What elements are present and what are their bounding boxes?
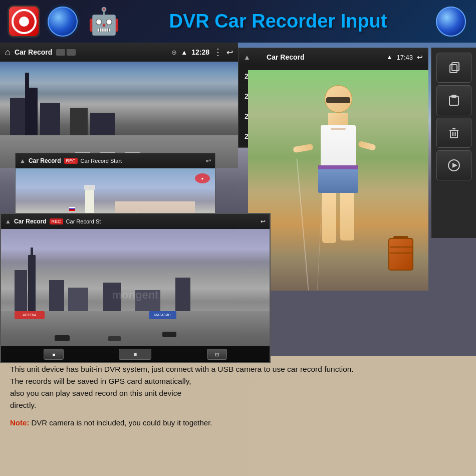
billboard-1: АПТЕКА xyxy=(15,311,45,319)
moscow-tower xyxy=(28,255,36,315)
note-label: Note: xyxy=(10,418,29,427)
file-list-header: ▲ Car Record ▲ 17:43 ↩ xyxy=(239,48,428,66)
main-description: This unit device has buit-in DVR system,… xyxy=(10,363,466,411)
kremlin-rec-text: Car Record Start xyxy=(81,158,122,164)
icon-photo xyxy=(56,49,65,56)
description-text: This unit device has buit-in DVR system,… xyxy=(10,365,354,409)
moscow-controls: ■ ≡ ⊡ xyxy=(1,346,270,362)
globe-left-glow xyxy=(45,4,80,39)
rec-dot: ● xyxy=(201,176,204,181)
arm-left xyxy=(293,144,313,153)
moscow-building-6 xyxy=(175,278,190,315)
file-panel-wifi: ▲ xyxy=(387,54,393,61)
svg-rect-1 xyxy=(452,63,459,71)
woman-figure xyxy=(308,85,368,271)
leg-left xyxy=(322,193,336,243)
woman-head xyxy=(325,85,352,113)
building-3 xyxy=(40,103,60,138)
trash-icon xyxy=(447,126,461,140)
billboard-2: МАГАЗИН xyxy=(149,311,176,319)
screenshot-moscow: ▲ Car Record REC Car Record St ↩ xyxy=(0,213,271,363)
play-icon xyxy=(447,158,461,172)
bluetooth-icon: ⊕ xyxy=(171,49,177,56)
moscow-scene: АПТЕКА МАГАЗИН mongent xyxy=(1,229,270,361)
car-1 xyxy=(55,335,70,341)
sunglasses xyxy=(326,97,350,103)
belt xyxy=(318,165,358,169)
kremlin-rec-badge: REC xyxy=(64,158,78,164)
taskbar-icons-group xyxy=(56,49,76,56)
kremlin-title: Car Record xyxy=(29,157,61,164)
moscow-rec-text: Car Record St xyxy=(66,218,101,224)
copy-button[interactable] xyxy=(436,53,471,83)
file-panel-up-icon: ▲ xyxy=(244,53,251,61)
taskbar-london: ⌂ Car Record ⊕ ▲ 12:28 ⋮ ↩ xyxy=(0,43,238,62)
taskbar-time-1: 12:28 xyxy=(191,48,209,56)
shorts xyxy=(318,165,358,193)
app-icon xyxy=(8,5,40,38)
moscow-taskbar: ▲ Car Record REC Car Record St ↩ xyxy=(1,214,270,229)
moscow-title: Car Record xyxy=(14,218,47,225)
big-ben-tower xyxy=(25,73,29,138)
road-line-1 xyxy=(296,158,309,290)
kremlin-back[interactable]: ↩ xyxy=(206,157,211,164)
play-button[interactable] xyxy=(436,150,471,180)
robot-icon: 🤖 xyxy=(88,6,120,37)
car-2 xyxy=(108,336,121,341)
moscow-list-btn[interactable]: ≡ xyxy=(119,349,151,360)
app-icon-inner xyxy=(12,9,37,34)
back-icon-1: ↩ xyxy=(226,48,233,57)
suitcase-stripe-2 xyxy=(390,253,412,254)
kremlin-up-icon: ▲ xyxy=(20,157,26,164)
top-shirt xyxy=(321,125,356,165)
file-panel-back[interactable]: ↩ xyxy=(417,53,423,61)
building-4 xyxy=(70,108,88,138)
side-panel xyxy=(431,48,476,238)
leg-right xyxy=(340,193,354,241)
paste-icon xyxy=(447,93,461,107)
file-panel-time: 17:43 xyxy=(396,54,413,61)
paste-button[interactable] xyxy=(436,85,471,115)
note-content: DVR camera is not included, you could bu… xyxy=(32,418,212,427)
moscow-building-1 xyxy=(15,270,27,315)
kremlin-taskbar: ▲ Car Record REC Car Record Start ↩ xyxy=(16,153,215,168)
moscow-back[interactable]: ↩ xyxy=(261,218,266,225)
icon-video xyxy=(67,49,76,56)
header-title-container: DVR Car Recorder Input xyxy=(128,11,428,32)
tower-spire xyxy=(31,248,33,255)
home-icon: ⌂ xyxy=(5,47,11,58)
bottom-text-area: This unit device has buit-in DVR system,… xyxy=(0,356,476,476)
svg-rect-0 xyxy=(450,65,457,73)
suitcase-handle xyxy=(393,236,408,239)
note-text: Note: DVR camera is not included, you co… xyxy=(10,418,466,427)
london-scene xyxy=(0,62,238,168)
menu-icon-1: ⋮ xyxy=(213,47,222,58)
billboard-text-2: МАГАЗИН xyxy=(154,313,171,317)
moscow-rec-badge: REC xyxy=(50,218,63,224)
woman-bg xyxy=(248,70,428,291)
moscow-snap-btn[interactable]: ⊡ xyxy=(207,349,227,360)
copy-icon xyxy=(447,61,461,75)
car-3 xyxy=(162,332,176,337)
file-panel-title: Car Record xyxy=(255,53,317,61)
moscow-up-icon: ▲ xyxy=(5,218,11,225)
delete-button[interactable] xyxy=(436,118,471,148)
moscow-building-4 xyxy=(103,283,121,315)
suitcase xyxy=(388,238,413,271)
suitcase-stripe xyxy=(390,247,412,248)
globe-right-icon xyxy=(436,7,466,37)
tower-top xyxy=(84,185,95,190)
main-area: ⌂ Car Record ⊕ ▲ 12:28 ⋮ ↩ xyxy=(0,43,476,476)
moscow-stop-btn[interactable]: ■ xyxy=(44,349,64,360)
building-1 xyxy=(10,98,25,138)
rec-indicator: ● xyxy=(195,173,210,183)
screenshot-london: ⌂ Car Record ⊕ ▲ 12:28 ⋮ ↩ xyxy=(0,43,238,168)
svg-rect-3 xyxy=(451,95,456,98)
page-header: 🤖 DVR Car Recorder Input xyxy=(0,0,476,43)
taskbar-title-london: Car Record xyxy=(15,48,52,56)
building-5 xyxy=(90,113,115,138)
necklace xyxy=(331,128,346,130)
arm-right xyxy=(358,141,376,151)
neck xyxy=(328,113,348,125)
svg-marker-11 xyxy=(452,163,457,168)
